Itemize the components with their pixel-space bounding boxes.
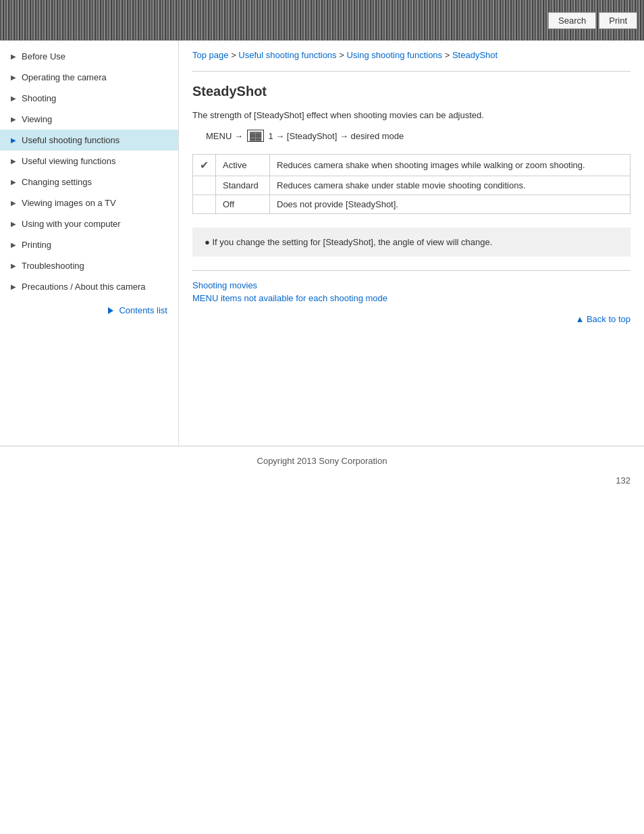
menu-icon: ▓▓ — [247, 130, 265, 142]
sidebar-item-using-computer[interactable]: ▶ Using with your computer — [0, 213, 178, 234]
back-to-top-link[interactable]: ▲ Back to top — [575, 314, 630, 324]
table-cell-mode: Standard — [216, 176, 270, 195]
page-number: 132 — [0, 475, 644, 491]
table-row: ✔ Active Reduces camera shake when shoot… — [193, 155, 630, 176]
contents-list-label: Contents list — [119, 305, 167, 315]
chevron-right-icon: ▶ — [11, 241, 18, 249]
arrow-right-icon — [108, 307, 113, 314]
chevron-right-icon-active: ▶ — [11, 136, 18, 144]
table-row: Standard Reduces camera shake under stab… — [193, 176, 630, 195]
search-button[interactable]: Search — [548, 12, 596, 29]
breadcrumb-sep3: > — [445, 50, 452, 60]
table-cell-check: ✔ — [193, 155, 216, 176]
breadcrumb: Top page > Useful shooting functions > U… — [192, 41, 630, 67]
footer: Copyright 2013 Sony Corporation — [0, 446, 644, 475]
chevron-right-icon: ▶ — [11, 220, 18, 228]
chevron-right-icon: ▶ — [11, 283, 18, 290]
sidebar-item-label: Useful shooting functions — [22, 135, 119, 145]
chevron-right-icon: ▶ — [11, 199, 18, 207]
table-cell-description: Reduces camera shake under stable movie … — [270, 176, 630, 195]
sidebar-item-useful-shooting[interactable]: ▶ Useful shooting functions — [0, 130, 178, 151]
table-cell-description: Reduces camera shake when shooting image… — [270, 155, 630, 176]
sidebar-item-label: Useful viewing functions — [22, 156, 115, 166]
sidebar-item-label: Viewing — [22, 114, 52, 124]
table-cell-mode: Off — [216, 195, 270, 214]
back-to-top: ▲ Back to top — [192, 314, 630, 324]
sidebar-item-label: Operating the camera — [22, 72, 107, 82]
bottom-divider — [192, 270, 630, 271]
top-divider — [192, 71, 630, 72]
description-text: The strength of [SteadyShot] effect when… — [192, 110, 630, 120]
sidebar-item-printing[interactable]: ▶ Printing — [0, 234, 178, 255]
breadcrumb-using-shooting-link[interactable]: Using shooting functions — [346, 50, 442, 60]
breadcrumb-sep1: > — [231, 50, 238, 60]
main-layout: ▶ Before Use ▶ Operating the camera ▶ Sh… — [0, 41, 644, 446]
table-cell-description: Does not provide [SteadyShot]. — [270, 195, 630, 214]
sidebar-item-label: Viewing images on a TV — [22, 198, 116, 208]
menu-instruction: MENU → ▓▓ 1 → [SteadyShot] → desired mod… — [206, 130, 630, 142]
print-button[interactable]: Print — [599, 12, 637, 29]
chevron-right-icon: ▶ — [11, 53, 18, 60]
triangle-up-icon: ▲ — [575, 314, 586, 324]
checkmark-icon: ✔ — [200, 159, 209, 171]
table-row: Off Does not provide [SteadyShot]. — [193, 195, 630, 214]
chevron-right-icon: ▶ — [11, 95, 18, 102]
menu-text: MENU → — [206, 131, 243, 141]
menu-step2: 1 → [SteadyShot] → desired mode — [268, 131, 404, 141]
back-to-top-label: Back to top — [587, 314, 630, 324]
sidebar-item-changing-settings[interactable]: ▶ Changing settings — [0, 172, 178, 192]
sidebar-item-label: Shooting — [22, 93, 56, 103]
sidebar-item-operating-camera[interactable]: ▶ Operating the camera — [0, 67, 178, 88]
main-content: Top page > Useful shooting functions > U… — [179, 41, 644, 446]
chevron-right-icon: ▶ — [11, 157, 18, 165]
page-title: SteadyShot — [192, 84, 630, 99]
breadcrumb-sep2: > — [339, 50, 346, 60]
sidebar-item-label: Using with your computer — [22, 219, 121, 229]
sidebar-item-label: Changing settings — [22, 177, 92, 187]
settings-table: ✔ Active Reduces camera shake when shoot… — [192, 154, 630, 214]
sidebar-item-label: Precautions / About this camera — [22, 282, 146, 292]
table-cell-mode: Active — [216, 155, 270, 176]
chevron-right-icon: ▶ — [11, 262, 18, 269]
sidebar-item-label: Troubleshooting — [22, 261, 84, 271]
related-links: Shooting movies MENU items not available… — [192, 280, 630, 303]
sidebar-item-precautions[interactable]: ▶ Precautions / About this camera — [0, 276, 178, 297]
chevron-right-icon: ▶ — [11, 178, 18, 186]
contents-list-link[interactable]: Contents list — [108, 305, 167, 315]
breadcrumb-useful-shooting-link[interactable]: Useful shooting functions — [238, 50, 336, 60]
sidebar: ▶ Before Use ▶ Operating the camera ▶ Sh… — [0, 41, 179, 446]
breadcrumb-top-link[interactable]: Top page — [192, 50, 229, 60]
sidebar-item-viewing-tv[interactable]: ▶ Viewing images on a TV — [0, 192, 178, 213]
sidebar-item-label: Printing — [22, 240, 51, 250]
related-link-0[interactable]: Shooting movies — [192, 280, 630, 290]
sidebar-item-useful-viewing[interactable]: ▶ Useful viewing functions — [0, 151, 178, 172]
table-cell-check-empty — [193, 176, 216, 195]
sidebar-item-troubleshooting[interactable]: ▶ Troubleshooting — [0, 255, 178, 276]
copyright-text: Copyright 2013 Sony Corporation — [257, 456, 387, 466]
note-text: If you change the setting for [SteadySho… — [205, 237, 618, 247]
note-box: If you change the setting for [SteadySho… — [192, 228, 630, 257]
table-cell-check-empty — [193, 195, 216, 214]
header: Search Print — [0, 0, 644, 41]
sidebar-item-before-use[interactable]: ▶ Before Use — [0, 46, 178, 67]
sidebar-item-viewing[interactable]: ▶ Viewing — [0, 109, 178, 130]
sidebar-item-label: Before Use — [22, 51, 65, 61]
related-link-1[interactable]: MENU items not available for each shooti… — [192, 293, 630, 303]
sidebar-item-shooting[interactable]: ▶ Shooting — [0, 88, 178, 109]
sidebar-footer: Contents list — [0, 297, 178, 323]
chevron-right-icon: ▶ — [11, 115, 18, 123]
breadcrumb-steadyshot-link[interactable]: SteadyShot — [452, 50, 498, 60]
chevron-right-icon: ▶ — [11, 74, 18, 81]
